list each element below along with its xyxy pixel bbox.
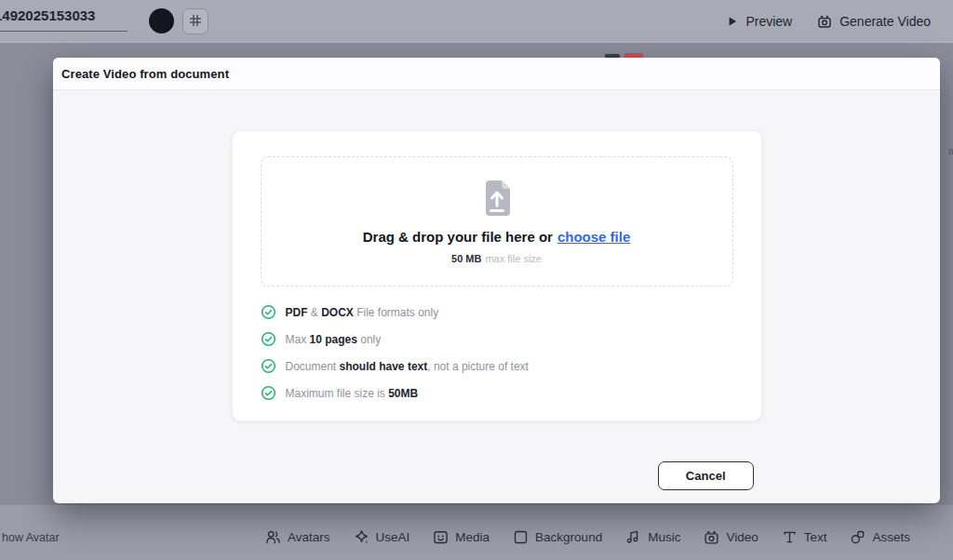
video-camera-icon (704, 529, 719, 545)
upload-card: Drag & drop your file here orchoose file… (232, 130, 762, 421)
play-icon (727, 16, 738, 27)
toolbar-item-background[interactable]: Background (513, 529, 602, 545)
checklist-item: Document should have text, not a picture… (261, 358, 733, 374)
app-stage: 1492025153033 Preview (0, 0, 953, 560)
toolbar-item-label: Video (726, 530, 758, 544)
project-title[interactable]: 1492025153033 (0, 7, 95, 23)
brand-dot[interactable] (149, 8, 174, 33)
project-title-field[interactable]: 1492025153033 (0, 7, 128, 32)
upload-requirements-list: PDF & DOCX File formats onlyMax 10 pages… (261, 304, 733, 401)
toolbar-item-label: UseAI (376, 530, 410, 544)
checklist-item-text: PDF & DOCX File formats only (286, 306, 439, 319)
toolbar-item-useai[interactable]: UseAI (354, 529, 410, 545)
modal-header: Create Video from document (53, 58, 940, 90)
checklist-item-text: Max 10 pages only (286, 333, 382, 346)
checklist-item-text: Maximum file size is 50MB (286, 387, 419, 400)
file-upload-icon (481, 180, 513, 217)
text-icon (782, 529, 798, 545)
preview-label: Preview (745, 14, 792, 29)
max-file-size-note: 50 MBmax file size (451, 253, 542, 264)
toolbar-item-avatars[interactable]: Avatars (265, 529, 330, 545)
check-circle-icon (261, 385, 276, 401)
check-circle-icon (261, 331, 276, 347)
choose-file-link[interactable]: choose file (557, 229, 630, 245)
top-bar-actions: Preview Generate Video (727, 0, 931, 42)
cancel-button[interactable]: Cancel (658, 461, 754, 490)
generate-video-button[interactable]: Generate Video (817, 14, 931, 29)
toolbar-item-video[interactable]: Video (704, 529, 758, 545)
media-icon (433, 529, 449, 545)
toolbar-item-music[interactable]: Music (625, 529, 680, 545)
dropzone-heading: Drag & drop your file here orchoose file (363, 229, 631, 245)
toolbar-items: AvatarsUseAIMediaBackgroundMusicVideoTex… (265, 529, 910, 545)
show-avatar-label[interactable]: how Avatar (2, 531, 60, 544)
clipped-edge-text: at (948, 145, 953, 156)
checklist-item: PDF & DOCX File formats only (261, 304, 733, 320)
preview-button[interactable]: Preview (727, 14, 792, 29)
video-camera-icon (817, 14, 832, 29)
avatars-icon (265, 529, 281, 545)
grid-icon (188, 13, 203, 31)
check-circle-icon (261, 304, 276, 320)
toolbar-item-label: Media (455, 530, 490, 544)
generate-video-label: Generate Video (839, 14, 931, 29)
top-bar: 1492025153033 Preview (0, 0, 953, 43)
check-circle-icon (261, 358, 276, 374)
sparkle-icon (354, 529, 369, 545)
toolbar-item-label: Avatars (288, 530, 330, 544)
music-icon (625, 529, 641, 545)
toolbar-item-text[interactable]: Text (782, 529, 827, 545)
checklist-item: Maximum file size is 50MB (261, 385, 733, 401)
grid-layout-button[interactable] (182, 8, 208, 34)
create-video-modal: Create Video from document (53, 58, 940, 503)
toolbar-item-label: Music (648, 530, 680, 544)
bottom-toolbar: how Avatar AvatarsUseAIMediaBackgroundMu… (0, 505, 953, 560)
file-dropzone[interactable]: Drag & drop your file here orchoose file… (261, 156, 733, 287)
toolbar-item-label: Background (535, 530, 602, 544)
background-icon (513, 529, 529, 545)
checklist-item: Max 10 pages only (261, 331, 733, 347)
toolbar-item-assets[interactable]: Assets (850, 529, 910, 545)
modal-title: Create Video from document (61, 67, 229, 81)
checklist-item-text: Document should have text, not a picture… (286, 360, 529, 373)
assets-icon (850, 529, 866, 545)
toolbar-item-label: Assets (872, 530, 910, 544)
toolbar-item-label: Text (804, 530, 827, 544)
modal-body: Drag & drop your file here orchoose file… (53, 90, 940, 490)
toolbar-item-media[interactable]: Media (433, 529, 490, 545)
